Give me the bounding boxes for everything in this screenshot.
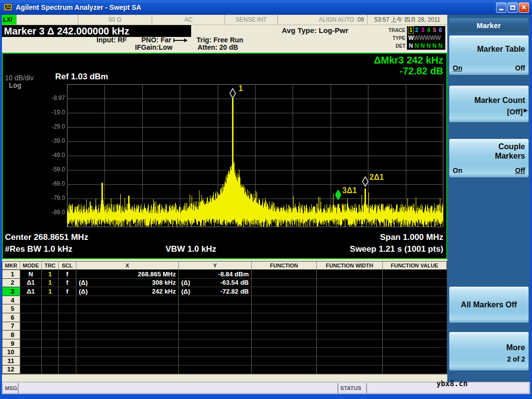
marker-table-cell: f: [59, 287, 76, 296]
trace-indicator-glyph: 3: [420, 27, 426, 33]
marker-table-cell: [383, 322, 447, 331]
marker-table-row[interactable]: 2Δ11f(Δ)308 kHz(Δ)-63.54 dB: [2, 279, 447, 288]
marker-table-row[interactable]: 8: [2, 331, 447, 339]
maximize-icon: [510, 5, 515, 10]
strip-blank-1: [17, 15, 78, 25]
delta-prefix: (Δ): [181, 288, 190, 295]
y-axis-tick-label: -59.0: [42, 166, 65, 173]
trace-indicator-glyph: 6: [437, 27, 443, 33]
marker-table-cell: 7: [2, 322, 20, 331]
marker-table-cell: [383, 304, 447, 313]
trig-indicator: Trig: Free Run: [197, 36, 243, 44]
marker-table-on-option[interactable]: On: [453, 64, 462, 72]
marker-table: MKRMODETRCSCLXYFUNCTIONFUNCTION WIDTHFUN…: [2, 261, 447, 374]
marker-table-cell: 5: [2, 304, 20, 313]
graticule-area: [67, 84, 443, 227]
marker-table-header: MKRMODETRCSCLXYFUNCTIONFUNCTION WIDTHFUN…: [2, 262, 447, 270]
marker-table-header-cell: Y: [179, 262, 252, 270]
couple-markers-off-option[interactable]: Off: [515, 166, 525, 174]
close-button[interactable]: ✕: [519, 2, 529, 13]
marker-table-cell: 10: [2, 348, 20, 357]
marker-table-cell: 3: [2, 287, 20, 296]
marker-1-diamond-icon[interactable]: [230, 88, 236, 99]
marker-table-row[interactable]: 10: [2, 348, 447, 357]
marker-table-cell: f: [59, 270, 76, 279]
marker-table-cell: f: [59, 279, 76, 288]
marker-table-cell: [42, 357, 59, 366]
marker-table-row[interactable]: 5: [2, 304, 447, 313]
impedance-indicator: 50 Ω: [78, 15, 152, 25]
marker-table-row[interactable]: 4: [2, 296, 447, 305]
status-strip: LXI 50 Ω AC SENSE:INT ALIGN AUTO 09 53:5…: [2, 15, 447, 25]
marker-3-label: 3Δ1: [342, 186, 357, 195]
marker-table-cell: [42, 296, 59, 305]
marker-table-cell: [252, 331, 317, 339]
marker-table-cell: [383, 287, 447, 296]
more-button[interactable]: More 2 of 2: [449, 332, 529, 370]
marker-readout: Marker 3 Δ 242.000000 kHz: [2, 25, 191, 37]
couple-markers-button[interactable]: Couple Markers On Off: [449, 139, 529, 177]
marker-table-cell: [59, 331, 76, 339]
marker-table-cell: [76, 339, 179, 348]
all-markers-off-button[interactable]: All Markers Off: [449, 287, 529, 323]
marker-table-row[interactable]: 3Δ11f(Δ)242 kHz(Δ)-72.82 dB: [2, 287, 447, 296]
trace-indicator-glyph: 1: [408, 26, 414, 34]
delta-prefix: (Δ): [181, 279, 190, 286]
marker-table-cell: [317, 331, 383, 339]
delta-marker-readout: ΔMkr3 242 kHz -72.82 dB: [374, 55, 443, 76]
marker-table-cell: [42, 331, 59, 339]
marker-table-row[interactable]: 12: [2, 366, 447, 374]
marker-table-cell: [317, 366, 383, 374]
more-page-indicator: 2 of 2: [453, 355, 525, 363]
marker-table-cell: [317, 287, 383, 296]
marker-table-cell: [252, 357, 317, 366]
y-axis-tick-label: -79.0: [42, 195, 65, 201]
marker-table-row[interactable]: 7: [2, 322, 447, 331]
trace-indicator-glyph: W: [408, 34, 413, 41]
marker-table-cell: 9: [2, 339, 20, 348]
y-axis-tick-label: -29.0: [42, 123, 65, 130]
sense-indicator: SENSE:INT: [225, 15, 278, 25]
marker-table-cell: [383, 366, 447, 374]
main-content: LXI 50 Ω AC SENSE:INT ALIGN AUTO 09 53:5…: [2, 15, 447, 394]
trace-indicator-glyph: W: [419, 34, 424, 41]
marker-table-row[interactable]: 6: [2, 313, 447, 322]
type-row-label: TYPE: [380, 35, 407, 41]
marker-table-cell: [76, 331, 179, 339]
trace-indicator-glyph: W: [435, 34, 440, 41]
marker-table-off-option[interactable]: Off: [515, 64, 525, 72]
delta-marker-freq: ΔMkr3 242 kHz: [374, 55, 443, 66]
minimize-button[interactable]: [496, 2, 506, 13]
y-axis-tick-label: -19.0: [42, 109, 65, 116]
marker-table-row[interactable]: 9: [2, 339, 447, 348]
maximize-button[interactable]: [507, 2, 518, 13]
all-markers-off-label: All Markers Off: [461, 300, 517, 309]
marker-2-diamond-icon[interactable]: [362, 176, 368, 187]
marker-table-cell: [20, 331, 42, 339]
trace-numbers: 123456: [407, 26, 445, 34]
trace-indicator-glyph: N: [420, 42, 426, 49]
marker-table-cell: [317, 339, 383, 348]
marker-table-row[interactable]: 11: [2, 357, 447, 366]
status-label: STATUS: [338, 383, 366, 394]
marker-table-cell: [383, 339, 447, 348]
marker-table-row[interactable]: 1N1f268.865 MHz-8.84 dBm: [2, 270, 447, 279]
window-titlebar[interactable]: Agilent Spectrum Analyzer - Swept SA ✕: [0, 0, 532, 15]
more-button-label: More: [453, 343, 525, 352]
y-axis-tick-label: -89.0: [42, 209, 65, 216]
trace-indicator-glyph: N: [408, 42, 414, 49]
marker-table-cell: [179, 304, 252, 313]
marker-table-cell: (Δ)242 kHz: [76, 287, 179, 296]
marker-3-diamond-icon[interactable]: [335, 190, 341, 200]
y-axis-tick-label: -39.0: [42, 137, 65, 144]
trace-indicator-glyph: W: [413, 34, 419, 41]
marker-table-cell: [20, 304, 42, 313]
marker-table-cell: [179, 357, 252, 366]
couple-markers-on-option[interactable]: On: [453, 166, 462, 174]
sidebar-title: Marker: [449, 18, 528, 32]
marker-table-cell: [252, 348, 317, 357]
det-row: DET NNNNNN: [380, 42, 447, 50]
marker-table-button[interactable]: Marker Table On Off: [449, 35, 529, 75]
marker-count-button[interactable]: Marker Count ▶ [Off]: [449, 86, 529, 122]
det-row-label: DET: [380, 43, 407, 49]
